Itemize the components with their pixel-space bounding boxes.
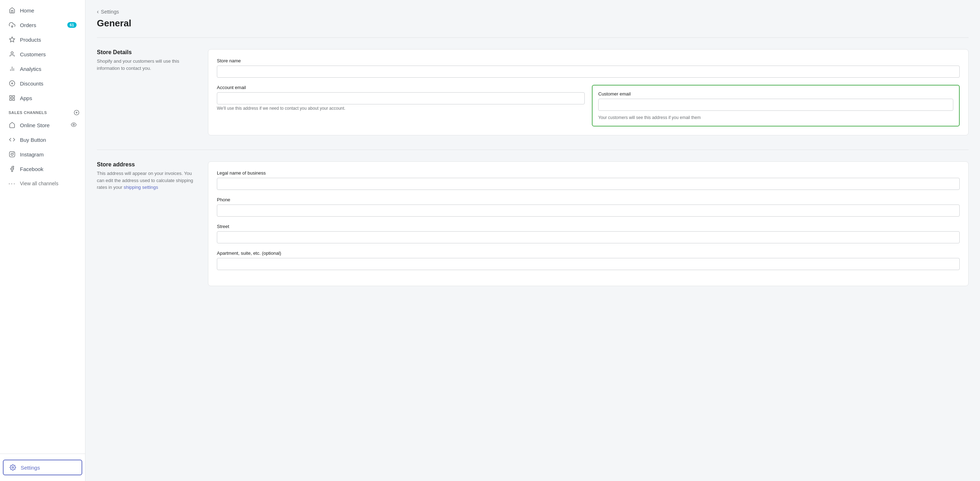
customer-email-hint: Your customers will see this address if … xyxy=(598,115,953,120)
svg-rect-17 xyxy=(10,152,15,157)
svg-point-18 xyxy=(11,153,13,155)
phone-input[interactable] xyxy=(217,204,960,217)
page-divider xyxy=(97,37,969,38)
sales-channels-header: SALES CHANNELS xyxy=(0,105,85,118)
svg-rect-9 xyxy=(10,96,11,97)
legal-name-input[interactable] xyxy=(217,178,960,190)
sidebar-item-facebook[interactable]: Facebook xyxy=(3,162,82,176)
breadcrumb-label: Settings xyxy=(101,9,119,14)
main-content: ‹ Settings General Store Details Shopify… xyxy=(86,0,980,481)
sidebar-item-view-all-channels[interactable]: ··· View all channels xyxy=(3,176,82,191)
eye-icon xyxy=(71,122,76,129)
store-address-description: Store address This address will appear o… xyxy=(97,161,197,286)
store-name-input[interactable] xyxy=(217,65,960,78)
svg-rect-10 xyxy=(13,96,14,97)
svg-marker-1 xyxy=(10,37,15,42)
store-details-card: Store name Account email We'll use this … xyxy=(208,49,969,135)
sidebar-item-label: Discounts xyxy=(20,81,43,87)
account-email-group: Account email We'll use this address if … xyxy=(217,85,585,119)
store-details-description: Store Details Shopify and your customers… xyxy=(97,49,197,135)
sidebar-item-buy-button[interactable]: Buy Button xyxy=(3,132,82,147)
add-channel-button[interactable] xyxy=(74,110,80,115)
svg-point-19 xyxy=(14,153,14,153)
store-address-card: Legal name of business Phone Street Apar… xyxy=(208,161,969,286)
phone-group: Phone xyxy=(217,197,960,217)
sidebar-item-discounts[interactable]: Discounts xyxy=(3,76,82,91)
sidebar-item-label: Customers xyxy=(20,51,46,57)
chevron-left-icon: ‹ xyxy=(97,8,99,15)
svg-point-20 xyxy=(12,467,14,468)
sidebar-item-label: Instagram xyxy=(20,151,44,158)
section-divider xyxy=(97,150,969,150)
street-group: Street xyxy=(217,224,960,243)
orders-badge: 61 xyxy=(67,22,76,28)
account-email-label: Account email xyxy=(217,85,585,90)
sidebar-item-orders[interactable]: Orders 61 xyxy=(3,18,82,32)
store-name-group: Store name xyxy=(217,58,960,78)
code-icon xyxy=(8,136,16,143)
sidebar-nav: Home Orders 61 Products xyxy=(0,0,85,454)
orders-icon xyxy=(8,21,16,29)
customers-icon xyxy=(8,51,16,58)
store-icon xyxy=(8,121,16,129)
sidebar: Home Orders 61 Products xyxy=(0,0,86,481)
sidebar-item-label: Buy Button xyxy=(20,137,46,143)
street-label: Street xyxy=(217,224,960,229)
facebook-icon xyxy=(8,165,16,172)
store-details-subtitle: Shopify and your customers will use this… xyxy=(97,58,197,72)
legal-name-group: Legal name of business xyxy=(217,170,960,190)
sidebar-item-label: Home xyxy=(20,8,34,14)
online-store-label: Online Store xyxy=(20,122,49,128)
sidebar-item-products[interactable]: Products xyxy=(3,32,82,47)
store-address-section: Store address This address will appear o… xyxy=(97,161,969,286)
home-icon xyxy=(8,7,16,14)
sidebar-item-apps[interactable]: Apps xyxy=(3,91,82,105)
apps-icon xyxy=(8,94,16,102)
svg-rect-12 xyxy=(10,99,11,100)
sidebar-item-analytics[interactable]: Analytics xyxy=(3,62,82,76)
sidebar-item-label: Orders xyxy=(20,22,36,28)
account-email-hint: We'll use this address if we need to con… xyxy=(217,106,585,111)
sidebar-item-label: Apps xyxy=(20,95,32,101)
street-input[interactable] xyxy=(217,231,960,243)
shipping-settings-link[interactable]: shipping settings xyxy=(124,185,158,190)
sidebar-item-instagram[interactable]: Instagram xyxy=(3,147,82,161)
svg-rect-11 xyxy=(13,99,14,100)
sidebar-item-label: Analytics xyxy=(20,66,41,72)
analytics-icon xyxy=(8,65,16,72)
store-name-label: Store name xyxy=(217,58,960,64)
store-address-subtitle: This address will appear on your invoice… xyxy=(97,170,197,191)
online-store-left: Online Store xyxy=(8,121,49,129)
customer-email-input[interactable] xyxy=(598,99,953,111)
discounts-icon xyxy=(8,80,16,87)
products-icon xyxy=(8,36,16,43)
sidebar-item-online-store[interactable]: Online Store xyxy=(3,118,82,132)
store-details-section: Store Details Shopify and your customers… xyxy=(97,49,969,135)
apartment-label: Apartment, suite, etc. (optional) xyxy=(217,250,960,256)
sidebar-item-label: Products xyxy=(20,37,41,43)
phone-label: Phone xyxy=(217,197,960,202)
settings-nav-item[interactable]: Settings xyxy=(3,460,82,475)
apartment-group: Apartment, suite, etc. (optional) xyxy=(217,250,960,270)
sidebar-item-label: Facebook xyxy=(20,166,43,172)
sales-channels-label: SALES CHANNELS xyxy=(8,110,47,115)
store-address-title: Store address xyxy=(97,161,197,168)
customer-email-label: Customer email xyxy=(598,91,953,97)
customer-email-group-highlighted: Customer email Your customers will see t… xyxy=(592,85,960,126)
ellipsis-icon: ··· xyxy=(8,180,16,187)
view-all-channels-label: View all channels xyxy=(20,181,59,186)
svg-point-2 xyxy=(11,52,13,54)
settings-gear-icon xyxy=(9,464,16,471)
sidebar-item-home[interactable]: Home xyxy=(3,3,82,18)
apartment-input[interactable] xyxy=(217,258,960,270)
account-email-input[interactable] xyxy=(217,92,585,104)
sidebar-footer: Settings xyxy=(0,454,85,481)
customer-email-group: Customer email Your customers will see t… xyxy=(598,91,953,120)
sidebar-item-customers[interactable]: Customers xyxy=(3,47,82,61)
page-title: General xyxy=(97,18,969,29)
store-details-title: Store Details xyxy=(97,49,197,56)
breadcrumb[interactable]: ‹ Settings xyxy=(97,8,969,15)
svg-point-16 xyxy=(73,124,75,126)
email-fields-row: Account email We'll use this address if … xyxy=(217,85,960,126)
instagram-icon xyxy=(8,151,16,158)
